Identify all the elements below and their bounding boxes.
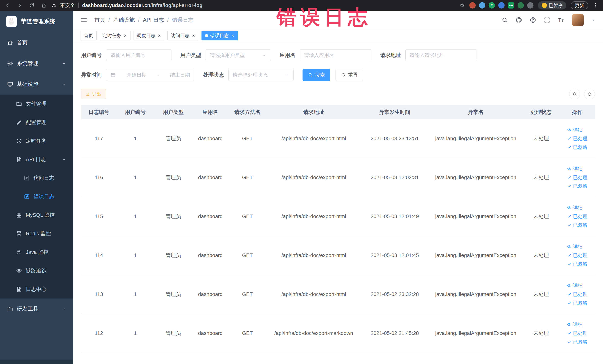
close-icon[interactable] [192,34,195,37]
cell-app_name: dashboard [193,197,228,236]
cell-user_type: 管理员 [154,119,193,158]
breadcrumb-item[interactable]: 首页 [94,16,105,24]
sidebar-item-api-log[interactable]: API 日志 [0,150,73,169]
cell-method: GET [228,119,267,158]
address-separator [78,3,79,8]
ignored-link[interactable]: 已忽略 [567,261,587,267]
address-bar[interactable]: 不安全 dashboard.yudao.iocoder.cn/infra/log… [52,2,454,9]
avatar-caret-icon[interactable] [591,18,596,23]
github-icon[interactable] [515,17,522,23]
bookmark-star-icon[interactable] [459,3,465,8]
breadcrumb-item[interactable]: API 日志 [143,16,164,24]
sidebar-item-system[interactable]: 系统管理 [0,53,73,74]
reset-button[interactable]: 重置 [336,69,363,81]
extension-red-circle[interactable] [469,2,476,9]
extension-blue-drop[interactable] [479,2,485,9]
back-icon[interactable] [5,3,11,8]
exception-time-range-picker[interactable]: 开始日期-结束日期 [106,69,194,81]
breadcrumb-item[interactable]: 基础设施 [113,16,135,24]
fullscreen-icon[interactable] [544,17,550,23]
processed-link[interactable]: 已处理 [567,135,587,142]
tab-job[interactable]: 定时任务 [99,31,131,40]
doc-icon [16,156,22,163]
ignored-link[interactable]: 已忽略 [567,300,587,306]
processed-link[interactable]: 已处理 [567,291,587,298]
detail-link[interactable]: 详细 [567,127,583,133]
user-avatar[interactable] [572,14,584,26]
extension-on-badge[interactable]: on [508,2,514,9]
search-icon[interactable] [501,17,508,23]
export-button-label: 导出 [92,91,101,97]
user-type-select[interactable]: 请选择用户类型 [206,49,271,61]
cell-exception: java.lang.IllegalArgumentException [429,197,522,236]
paused-extension-badge[interactable]: 已暂停 [538,1,566,10]
sidebar-item-trace[interactable]: 链路追踪 [0,261,73,280]
toggle-search-button[interactable] [569,89,580,99]
sidebar-item-access-log[interactable]: 访问日志 [0,169,73,187]
search-button[interactable]: 搜索 [302,69,330,81]
select-placeholder: 请选择处理状态 [233,71,268,78]
process-status-select[interactable]: 请选择处理状态 [228,69,294,81]
close-icon[interactable] [123,34,127,37]
eye-icon [567,283,571,288]
doc-icon [16,286,22,293]
tab-home[interactable]: 首页 [80,31,97,40]
detail-link[interactable]: 详细 [567,282,583,289]
sidebar-item-log-center[interactable]: 日志中心 [0,280,73,299]
user-id-input[interactable] [106,49,172,61]
error-log-table: 日志编号用户编号用户类型应用名请求方法名请求地址异常发生时间异常名处理状态操作1… [81,105,595,353]
sidebar-item-java[interactable]: Java 监控 [0,243,73,261]
extension-leaf[interactable] [518,2,524,9]
detail-link[interactable]: 详细 [567,244,583,250]
breadcrumb-separator: / [108,17,110,23]
detail-link[interactable]: 详细 [567,205,583,211]
ignored-link[interactable]: 已忽略 [567,339,587,345]
extension-green-y[interactable]: Y [489,2,495,9]
cell-actions: 详细已处理已忽略 [560,158,595,197]
processed-link[interactable]: 已处理 [567,213,587,220]
processed-link[interactable]: 已处理 [567,174,587,181]
tab-access-log[interactable]: 访问日志 [167,31,199,40]
processed-link[interactable]: 已处理 [567,330,587,337]
app-logo[interactable]: 芋道管理系统 [0,11,73,32]
cell-method: GET [228,275,267,314]
sidebar-item-file[interactable]: 文件管理 [0,94,73,113]
url-text[interactable]: dashboard.yudao.iocoder.cn/infra/log/api… [82,3,203,8]
browser-menu-icon[interactable] [593,3,598,8]
sidebar-item-home[interactable]: 首页 [0,32,73,53]
request-url-input[interactable] [406,49,477,61]
app-name-input[interactable] [300,49,371,61]
sidebar-item-infra[interactable]: 基础设施 [0,74,73,94]
tab-error-log[interactable]: 错误日志 [201,31,238,40]
detail-link[interactable]: 详细 [567,321,583,328]
sidebar-item-mysql[interactable]: MySQL 监控 [0,206,73,224]
help-icon[interactable] [530,17,536,23]
sidebar-item-error-log[interactable]: 错误日志 [0,187,73,206]
detail-label: 详细 [573,282,583,289]
ignored-link[interactable]: 已忽略 [567,222,587,228]
not-secure-warning-icon[interactable] [52,3,57,8]
start-date-placeholder: 开始日期 [127,71,147,78]
detail-link[interactable]: 详细 [567,165,583,172]
close-icon[interactable] [231,34,235,37]
extension-pin[interactable] [527,2,533,9]
extension-blue-grid[interactable] [498,2,505,9]
sidebar-item-config[interactable]: 配置管理 [0,113,73,132]
sidebar-item-redis[interactable]: Redis 监控 [0,224,73,243]
sidebar-item-dev-tools[interactable]: 研发工具 [0,299,73,319]
sidebar-toggle-icon[interactable] [80,16,88,24]
ignored-link[interactable]: 已忽略 [567,183,587,189]
processed-link[interactable]: 已处理 [567,252,587,259]
forward-icon[interactable] [17,3,23,8]
reload-icon[interactable] [29,3,35,8]
export-button[interactable]: 导出 [81,89,106,99]
close-icon[interactable] [158,34,161,37]
tab-schedule-log[interactable]: 调度日志 [133,31,165,40]
font-size-icon[interactable]: TT [558,17,564,23]
browser-home-icon[interactable] [41,3,47,8]
sidebar-item-job[interactable]: 定时任务 [0,132,73,150]
update-button[interactable]: 更新 [571,1,588,10]
table-row: 1171管理员dashboardGET/api/infra/db-doc/exp… [81,119,595,158]
ignored-link[interactable]: 已忽略 [567,144,587,151]
refresh-table-button[interactable] [584,89,595,99]
